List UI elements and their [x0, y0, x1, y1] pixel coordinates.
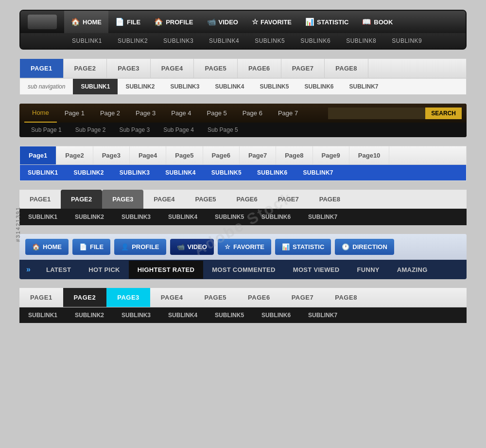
- nav2-sublink-5[interactable]: SUBLINK5: [252, 79, 296, 94]
- nav4-page6[interactable]: Page6: [203, 146, 240, 164]
- nav6-sublink-most-commented[interactable]: MOST COMMENTED: [203, 261, 284, 279]
- nav6-sublink-most-viewed[interactable]: MOST VIEWED: [284, 261, 348, 279]
- nav7-sublink-6[interactable]: SUBLINK6: [253, 307, 299, 323]
- nav7-page3[interactable]: PAGE3: [106, 288, 150, 307]
- nav7-sublink-3[interactable]: SUBLINK3: [113, 307, 159, 323]
- nav2-page5[interactable]: PAGE5: [194, 59, 238, 78]
- nav5-sublink-3[interactable]: SUBLINK3: [113, 209, 159, 225]
- nav4-page1[interactable]: Page1: [20, 146, 56, 164]
- nav7-page7[interactable]: PAGE7: [281, 288, 325, 307]
- nav3-subpage2[interactable]: Sub Page 2: [69, 123, 113, 137]
- nav5-sublink-6[interactable]: SUBLINK6: [253, 209, 299, 225]
- nav1-sublink-1[interactable]: SUBLINK1: [64, 33, 110, 49]
- nav7-sublink-7[interactable]: SUBLINK7: [299, 307, 346, 323]
- nav3-page6[interactable]: Page 6: [235, 104, 270, 122]
- nav3-home[interactable]: Home: [24, 104, 57, 123]
- nav2-page7[interactable]: PAGE7: [281, 59, 325, 78]
- nav3-subpage5[interactable]: Sub Page 5: [201, 123, 245, 137]
- nav7-sublink-1[interactable]: SUBLINK1: [19, 307, 66, 323]
- nav6-sublink-amazing[interactable]: AMAZING: [388, 261, 436, 279]
- nav7-page1[interactable]: PAGE1: [19, 288, 63, 307]
- nav1-sublink-5[interactable]: SUBLINK5: [247, 33, 293, 49]
- nav1-sublink-6[interactable]: SUBLINK6: [293, 33, 338, 49]
- nav2-page6[interactable]: PAGE6: [238, 59, 281, 78]
- nav1-item-profile[interactable]: 🏠 PROFILE: [147, 11, 200, 33]
- nav1-sublink-8[interactable]: SUBLINK9: [384, 33, 430, 49]
- nav2-page4[interactable]: PAGE4: [151, 59, 194, 78]
- nav2-sublink-7[interactable]: SUBLINK7: [341, 79, 386, 94]
- nav4-page10[interactable]: Page10: [349, 146, 390, 164]
- nav2-sublink-4[interactable]: SUBLINK4: [207, 79, 252, 94]
- nav3-subpage3[interactable]: Sub Page 3: [112, 123, 156, 137]
- nav1-item-book[interactable]: 📖 BOOK: [355, 11, 399, 33]
- nav6-btn-file[interactable]: 📄 FILE: [72, 239, 110, 255]
- nav7-page4[interactable]: PAGE4: [150, 288, 194, 307]
- nav5-sublink-2[interactable]: SUBLINK2: [66, 209, 113, 225]
- nav6-btn-profile[interactable]: 👤 PROFILE: [114, 239, 166, 255]
- nav4-sublink-3[interactable]: SUBLINK3: [112, 165, 157, 180]
- nav5-page1[interactable]: PAGE1: [19, 190, 61, 209]
- nav6-btn-home[interactable]: 🏠 HOME: [25, 239, 69, 255]
- nav1-sublink-3[interactable]: SUBLINK3: [156, 33, 201, 49]
- nav2-page8[interactable]: PAGE8: [325, 59, 368, 78]
- nav5-page7[interactable]: PAGE7: [268, 190, 309, 209]
- nav6-btn-statistic[interactable]: 📊 STATISTIC: [275, 239, 331, 255]
- nav4-sublink-4[interactable]: SUBLINK4: [157, 165, 203, 180]
- nav2-page3[interactable]: PAGE3: [107, 59, 151, 78]
- nav6-sublink-funny[interactable]: FUNNY: [348, 261, 388, 279]
- nav1-item-file[interactable]: 📄 FILE: [108, 11, 147, 33]
- nav2-sublink-3[interactable]: SUBLINK3: [162, 79, 207, 94]
- nav2-sublink-1[interactable]: SUBLINK1: [73, 79, 118, 94]
- nav6-btn-direction[interactable]: 🕐 DIRECTION: [335, 239, 394, 255]
- nav7-page5[interactable]: PAGE5: [193, 288, 237, 307]
- nav4-page3[interactable]: Page3: [93, 146, 130, 164]
- nav7-page8[interactable]: PAGE8: [324, 288, 368, 307]
- nav4-page2[interactable]: Page2: [56, 146, 93, 164]
- nav7-sublink-4[interactable]: SUBLINK4: [159, 307, 206, 323]
- nav1-item-home[interactable]: 🏠 HOME: [64, 11, 108, 33]
- nav5-page4[interactable]: PAGE4: [143, 190, 185, 209]
- nav3-subpage1[interactable]: Sub Page 1: [24, 123, 69, 137]
- nav5-page5[interactable]: PAGE5: [185, 190, 226, 209]
- nav6-btn-favorite[interactable]: ☆ FAVORITE: [218, 239, 271, 255]
- nav6-btn-video[interactable]: 📹 VIDEO: [170, 239, 214, 255]
- nav2-sublink-6[interactable]: SUBLINK6: [296, 79, 341, 94]
- nav5-sublink-7[interactable]: SUBLINK7: [299, 209, 346, 225]
- nav4-sublink-6[interactable]: SUBLINK6: [249, 165, 295, 180]
- nav4-page8[interactable]: Page8: [276, 146, 312, 164]
- nav6-sublink-hotpick[interactable]: HOT PICK: [80, 261, 129, 279]
- nav7-page2[interactable]: PAGE2: [63, 288, 107, 307]
- nav7-page6[interactable]: PAGE6: [237, 288, 281, 307]
- nav4-sublink-5[interactable]: SUBLINK5: [204, 165, 249, 180]
- nav3-page2[interactable]: Page 2: [92, 104, 128, 122]
- nav1-sublink-4[interactable]: SUBLINK4: [201, 33, 247, 49]
- nav2-page2[interactable]: PAGE2: [64, 59, 107, 78]
- nav1-item-statistic[interactable]: 📊 STATISTIC: [298, 11, 355, 33]
- nav3-search-input[interactable]: [328, 108, 425, 119]
- nav1-item-favorite[interactable]: ☆ FAVORITE: [245, 11, 298, 33]
- nav3-page4[interactable]: Page 4: [163, 104, 199, 122]
- nav4-page9[interactable]: Page9: [313, 146, 349, 164]
- nav4-page5[interactable]: Page5: [166, 146, 203, 164]
- nav3-page1[interactable]: Page 1: [57, 104, 92, 122]
- nav5-sublink-1[interactable]: SUBLINK1: [19, 209, 66, 225]
- nav4-sublink-7[interactable]: SUBLINK7: [295, 165, 341, 180]
- nav2-page1[interactable]: PAGE1: [20, 59, 64, 78]
- nav7-sublink-2[interactable]: SUBLINK2: [66, 307, 113, 323]
- nav5-page8[interactable]: PAGE8: [309, 190, 350, 209]
- nav5-sublink-5[interactable]: SUBLINK5: [206, 209, 253, 225]
- nav1-sublink-7[interactable]: SUBLINK8: [338, 33, 384, 49]
- nav3-page3[interactable]: Page 3: [128, 104, 163, 122]
- nav1-item-video[interactable]: 📹 VIDEO: [200, 11, 245, 33]
- nav3-subpage4[interactable]: Sub Page 4: [156, 123, 201, 137]
- nav3-page7[interactable]: Page 7: [270, 104, 306, 122]
- nav5-page2[interactable]: PAGE2: [61, 190, 102, 209]
- nav4-sublink-1[interactable]: SUBLINK1: [20, 165, 66, 180]
- nav3-page5[interactable]: Page 5: [199, 104, 235, 122]
- nav4-page4[interactable]: Page4: [130, 146, 166, 164]
- nav5-page6[interactable]: PAGE6: [226, 190, 268, 209]
- nav5-page3[interactable]: PAGE3: [102, 190, 143, 209]
- nav2-sublink-2[interactable]: SUBLINK2: [118, 79, 162, 94]
- nav6-sublink-hightest[interactable]: HIGHTEST RATED: [129, 261, 203, 279]
- nav4-page7[interactable]: Page7: [240, 146, 276, 164]
